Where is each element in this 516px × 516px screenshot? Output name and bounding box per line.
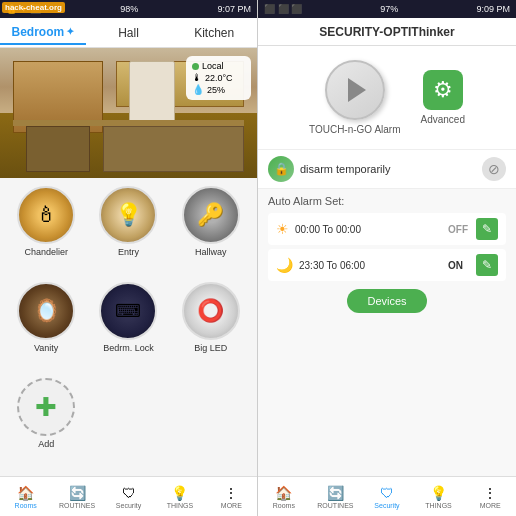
led-icon: ⭕ <box>197 298 224 324</box>
device-chandelier-label: Chandelier <box>24 247 68 257</box>
things-nav-label: THINGS <box>167 502 193 509</box>
cancel-icon: ⊘ <box>488 161 500 177</box>
security-nav-label: Security <box>116 502 141 509</box>
right-routines-label: ROUTINES <box>317 502 353 509</box>
right-things-label: THINGS <box>425 502 451 509</box>
humidity-row: 💧 25% <box>192 84 245 95</box>
device-led[interactable]: ⭕ Big LED <box>173 282 249 372</box>
nav-more[interactable]: ⋮ MORE <box>206 483 257 511</box>
more-nav-label: MORE <box>221 502 242 509</box>
status-bar-right: ⬛ ⬛ ⬛ 97% 9:09 PM <box>258 0 516 18</box>
security-title: SECURITY-OPTIThinker <box>319 25 454 39</box>
advanced-label: Advanced <box>421 114 465 125</box>
right-more-icon: ⋮ <box>483 485 497 501</box>
right-nav-things[interactable]: 💡 THINGS <box>413 483 465 511</box>
lock-icon: ⌨ <box>115 300 141 322</box>
right-security-icon: 🛡 <box>380 485 394 501</box>
tab-bedroom[interactable]: Bedroom ✦ <box>0 21 86 45</box>
room-info-card: Local 🌡 22.0°C 💧 25% <box>186 56 251 100</box>
right-nav-routines[interactable]: 🔄 ROUTINES <box>310 483 362 511</box>
auto-alarm-section: Auto Alarm Set: ☀ 00:00 To 00:00 OFF ✎ 🌙… <box>258 189 516 325</box>
local-status-dot <box>192 63 199 70</box>
alarm-row-moon: 🌙 23:30 To 06:00 ON ✎ <box>268 249 506 281</box>
device-hallway-circle: 🔑 <box>182 186 240 244</box>
vanity-icon: 🪞 <box>33 298 60 324</box>
alarm-status-moon: ON <box>448 260 470 271</box>
temperature-value: 22.0°C <box>205 73 233 83</box>
nav-rooms[interactable]: 🏠 Rooms <box>0 483 51 511</box>
device-chandelier[interactable]: 🕯 Chandelier <box>8 186 84 276</box>
devices-button[interactable]: Devices <box>347 289 426 313</box>
device-lock-circle: ⌨ <box>99 282 157 340</box>
device-chandelier-circle: 🕯 <box>17 186 75 244</box>
bedroom-icon: ✦ <box>66 26 74 37</box>
touch-go-section: TOUCH-n-GO Alarm ⚙ Advanced <box>258 46 516 150</box>
device-vanity-circle: 🪞 <box>17 282 75 340</box>
routines-nav-icon: 🔄 <box>69 485 86 501</box>
disarm-text: disarm temporarily <box>300 163 476 175</box>
device-entry[interactable]: 💡 Entry <box>90 186 166 276</box>
rooms-nav-icon: 🏠 <box>17 485 34 501</box>
tab-hall[interactable]: Hall <box>86 22 172 44</box>
right-bottom-nav: 🏠 Rooms 🔄 ROUTINES 🛡 Security 💡 THINGS ⋮… <box>258 476 516 516</box>
disarm-icon: 🔒 <box>268 156 294 182</box>
local-label: Local <box>202 61 224 71</box>
nav-things[interactable]: 💡 THINGS <box>154 483 205 511</box>
device-add-circle: ✚ <box>17 378 75 436</box>
left-battery: 98% <box>120 4 138 14</box>
device-lock-label: Bedrm. Lock <box>103 343 154 353</box>
left-bottom-nav: 🏠 Rooms 🔄 ROUTINES 🛡 Security 💡 THINGS ⋮… <box>0 476 257 516</box>
disarm-row: 🔒 disarm temporarily ⊘ <box>258 150 516 189</box>
device-add-label: Add <box>38 439 54 449</box>
edit-icon-moon: ✎ <box>482 258 492 272</box>
nav-security[interactable]: 🛡 Security <box>103 483 154 511</box>
touch-go-label: TOUCH-n-GO Alarm <box>309 124 401 135</box>
right-security-label: Security <box>374 502 399 509</box>
local-status-row: Local <box>192 61 245 71</box>
device-vanity-label: Vanity <box>34 343 58 353</box>
alarm-status-sun: OFF <box>448 224 470 235</box>
gear-icon: ⚙ <box>423 70 463 110</box>
device-lock[interactable]: ⌨ Bedrm. Lock <box>90 282 166 372</box>
routines-nav-label: ROUTINES <box>59 502 95 509</box>
right-rooms-label: Rooms <box>273 502 295 509</box>
right-panel: ⬛ ⬛ ⬛ 97% 9:09 PM SECURITY-OPTIThinker T… <box>258 0 516 516</box>
advanced-button[interactable]: ⚙ Advanced <box>421 70 465 125</box>
rooms-nav-label: Rooms <box>15 502 37 509</box>
humidity-icon: 💧 <box>192 84 204 95</box>
device-entry-label: Entry <box>118 247 139 257</box>
humidity-value: 25% <box>207 85 225 95</box>
alarm-time-moon: 23:30 To 06:00 <box>299 260 442 271</box>
gear-symbol: ⚙ <box>433 77 453 103</box>
room-tabs: Bedroom ✦ Hall Kitchen <box>0 18 257 48</box>
device-hallway-label: Hallway <box>195 247 227 257</box>
disarm-cancel-button[interactable]: ⊘ <box>482 157 506 181</box>
right-battery: 97% <box>380 4 398 14</box>
right-nav-security[interactable]: 🛡 Security <box>361 483 413 511</box>
security-header: SECURITY-OPTIThinker <box>258 18 516 46</box>
right-rooms-icon: 🏠 <box>275 485 292 501</box>
right-nav-more[interactable]: ⋮ MORE <box>464 483 516 511</box>
auto-alarm-title: Auto Alarm Set: <box>268 195 506 207</box>
device-hallway[interactable]: 🔑 Hallway <box>173 186 249 276</box>
alarm-edit-moon[interactable]: ✎ <box>476 254 498 276</box>
alarm-edit-sun[interactable]: ✎ <box>476 218 498 240</box>
right-nav-rooms[interactable]: 🏠 Rooms <box>258 483 310 511</box>
sun-icon: ☀ <box>276 221 289 237</box>
tab-kitchen[interactable]: Kitchen <box>171 22 257 44</box>
edit-icon-sun: ✎ <box>482 222 492 236</box>
add-icon: ✚ <box>35 392 57 423</box>
device-add[interactable]: ✚ Add <box>8 378 84 468</box>
thermometer-icon: 🌡 <box>192 72 202 83</box>
play-button[interactable] <box>325 60 385 120</box>
device-entry-circle: 💡 <box>99 186 157 244</box>
right-things-icon: 💡 <box>430 485 447 501</box>
alarm-time-sun: 00:00 To 00:00 <box>295 224 442 235</box>
right-more-label: MORE <box>480 502 501 509</box>
device-vanity[interactable]: 🪞 Vanity <box>8 282 84 372</box>
play-triangle-icon <box>348 78 366 102</box>
left-time: 9:07 PM <box>217 4 251 14</box>
alarm-row-sun: ☀ 00:00 To 00:00 OFF ✎ <box>268 213 506 245</box>
nav-routines[interactable]: 🔄 ROUTINES <box>51 483 102 511</box>
more-nav-icon: ⋮ <box>224 485 238 501</box>
